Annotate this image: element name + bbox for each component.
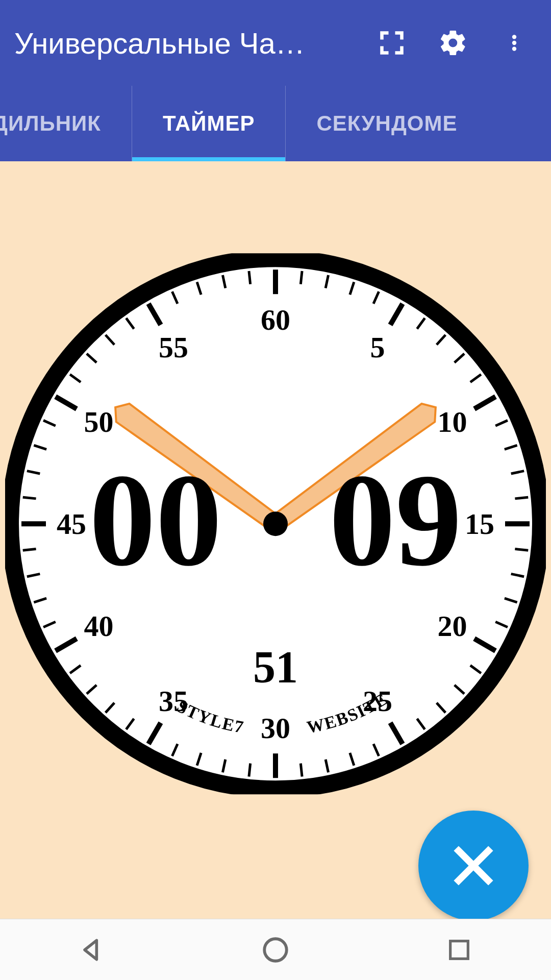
svg-rect-68 bbox=[450, 941, 468, 959]
close-icon bbox=[448, 840, 499, 891]
dial-number: 60 bbox=[261, 303, 290, 336]
svg-point-67 bbox=[264, 939, 287, 961]
svg-line-48 bbox=[23, 549, 36, 551]
system-nav-bar bbox=[0, 919, 551, 980]
tab-label: ТАЙМЕР bbox=[163, 111, 255, 136]
nav-home-button[interactable] bbox=[253, 927, 298, 973]
dial-number: 40 bbox=[84, 609, 114, 643]
svg-point-64 bbox=[263, 511, 288, 536]
svg-point-0 bbox=[512, 35, 516, 39]
dial-number: 30 bbox=[261, 712, 290, 745]
svg-line-18 bbox=[515, 497, 528, 499]
svg-line-63 bbox=[249, 271, 251, 284]
app-bar: Универсальные Ча… bbox=[0, 0, 551, 86]
gear-icon[interactable] bbox=[437, 27, 469, 59]
svg-line-20 bbox=[515, 549, 528, 551]
svg-line-50 bbox=[23, 497, 36, 499]
dial-number: 20 bbox=[437, 609, 467, 643]
tab-alarm[interactable]: УДИЛЬНИК bbox=[0, 86, 132, 161]
dial-number: 5 bbox=[370, 331, 385, 364]
dial-number: 55 bbox=[159, 331, 188, 364]
tab-bar: УДИЛЬНИК ТАЙМЕР СЕКУНДОМЕ bbox=[0, 86, 551, 161]
timer-panel: 60510152025303540455055 00 09 51 STYLE7 … bbox=[0, 161, 551, 919]
nav-back-button[interactable] bbox=[69, 927, 115, 973]
timer-seconds: 09 bbox=[329, 446, 462, 593]
cancel-button[interactable] bbox=[418, 811, 529, 921]
dial-number: 10 bbox=[437, 405, 467, 438]
dial-number: 45 bbox=[57, 507, 86, 541]
svg-point-2 bbox=[512, 47, 516, 51]
dial-number: 15 bbox=[465, 507, 494, 541]
appbar-actions bbox=[375, 27, 537, 59]
recent-square-icon bbox=[446, 937, 472, 963]
timer-subseconds: 51 bbox=[253, 642, 298, 692]
dial-number: 50 bbox=[84, 405, 114, 438]
svg-line-5 bbox=[300, 271, 302, 284]
back-triangle-icon bbox=[78, 936, 106, 964]
nav-recent-button[interactable] bbox=[436, 927, 482, 973]
timer-minutes: 00 bbox=[89, 446, 222, 593]
more-icon[interactable] bbox=[498, 27, 531, 59]
tab-timer[interactable]: ТАЙМЕР bbox=[132, 86, 286, 161]
fullscreen-icon[interactable] bbox=[375, 27, 408, 59]
tab-label: УДИЛЬНИК bbox=[0, 111, 101, 136]
home-circle-icon bbox=[261, 935, 290, 965]
timer-clock-face: 60510152025303540455055 00 09 51 STYLE7 … bbox=[5, 253, 546, 794]
svg-point-1 bbox=[512, 41, 516, 45]
svg-line-35 bbox=[249, 764, 251, 777]
tab-label: СЕКУНДОМЕ bbox=[316, 111, 457, 136]
svg-line-33 bbox=[300, 764, 302, 777]
app-title: Универсальные Ча… bbox=[14, 26, 375, 60]
tab-stopwatch[interactable]: СЕКУНДОМЕ bbox=[286, 86, 457, 161]
